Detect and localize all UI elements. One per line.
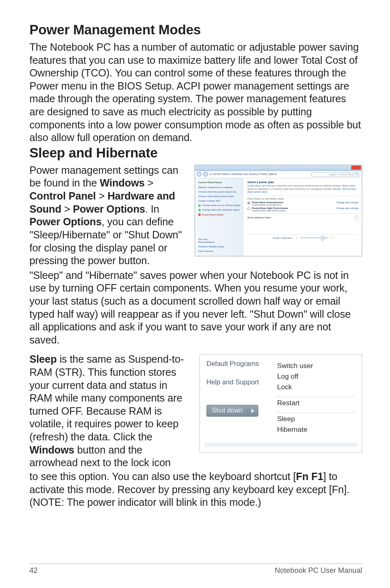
show-additional-plans[interactable]: Show additional plans ˅: [247, 213, 359, 220]
brightness-label: Screen brightness:: [273, 237, 293, 239]
text-power-options-2: Power Options: [29, 216, 102, 227]
menu-item-lock[interactable]: Lock: [277, 382, 356, 393]
chevron-down-icon[interactable]: ˅: [354, 215, 359, 220]
see-also-link[interactable]: User Accounts: [198, 250, 240, 253]
power-plan-item[interactable]: Power4Gear EntertainmentPower4Gear Enter…: [247, 201, 359, 206]
paragraph-sh-explain: "Sleep" and "Hibernate" saves power when…: [29, 269, 362, 347]
text: . In: [145, 203, 159, 215]
close-icon[interactable]: [351, 166, 361, 170]
see-also-header: See also: [198, 238, 240, 241]
paragraph-pm-intro: The Notebook PC has a number of automati…: [29, 41, 362, 144]
breadcrumb[interactable]: ▸ Control Panel ▸ Hardware and Sound ▸ P…: [210, 173, 309, 176]
figure-power-options-window: ▸ Control Panel ▸ Hardware and Sound ▸ P…: [195, 164, 362, 256]
text: Power plans can help you maximize your c…: [247, 184, 355, 190]
menu-item-log-off[interactable]: Log off: [277, 371, 356, 382]
start-menu-left: Default Programs Help and Support Shut d…: [200, 360, 271, 439]
manual-title: Notebook PC User Manual: [275, 566, 362, 575]
start-menu-power: Default Programs Help and Support Shut d…: [199, 355, 362, 453]
radio-icon[interactable]: [247, 202, 250, 204]
sidebar-link[interactable]: Choose what the power buttons do: [198, 190, 240, 193]
text-windows: Windows: [29, 444, 74, 456]
sidebar: Control Panel Home Require a password on…: [195, 178, 243, 256]
start-item-default-programs[interactable]: Default Programs: [206, 360, 271, 368]
sidebar-header: Control Panel Home: [198, 181, 240, 184]
text: Change when the computer sleeps: [202, 209, 240, 211]
menu-item-sleep[interactable]: Sleep: [277, 414, 356, 424]
power-options-window: ▸ Control Panel ▸ Hardware and Sound ▸ P…: [195, 165, 362, 256]
text-sleep: Sleep: [29, 353, 57, 365]
window-nav-bar: ▸ Control Panel ▸ Hardware and Sound ▸ P…: [195, 171, 362, 178]
search-input[interactable]: Search Control Panel 🔍: [311, 172, 360, 177]
taskbar-strip: [205, 442, 357, 447]
sidebar-link[interactable]: Change when the computer sleeps: [198, 208, 240, 211]
change-plan-link[interactable]: Change plan settings: [336, 207, 359, 209]
start-item-help-support[interactable]: Help and Support: [206, 378, 271, 386]
text: Power4Gear Hybrid: [202, 213, 224, 216]
text-control-panel: Control Panel: [29, 190, 96, 202]
plan-subtitle: Power4Gear Entertainment: [252, 204, 282, 206]
shutdown-button[interactable]: Shut down: [206, 405, 248, 417]
figure-start-menu-power: Default Programs Help and Support Shut d…: [199, 353, 362, 453]
page-number: 42: [29, 566, 38, 575]
sidebar-link[interactable]: Require a password on wakeup: [198, 186, 240, 189]
plan-group-label: Plans shown on the battery meter: [247, 197, 359, 200]
search-icon: 🔍: [355, 173, 359, 176]
shield-icon: [198, 204, 201, 207]
text-power-options: Power Options: [73, 203, 145, 215]
brightness-slider[interactable]: [300, 237, 329, 238]
forward-button[interactable]: [203, 172, 208, 177]
text: >: [96, 190, 108, 202]
sun-dim-icon: ☀: [296, 236, 298, 239]
plan-subtitle: Power4Gear High Performance: [252, 209, 286, 212]
power-submenu: Switch user Log off Lock Restart Sleep H…: [271, 360, 362, 439]
sidebar-link-selected[interactable]: Power4Gear Hybrid: [198, 213, 240, 216]
back-button[interactable]: [197, 172, 202, 177]
sidebar-link[interactable]: Choose when to turn off the display: [198, 204, 240, 207]
text: is the same as Suspend-to-RAM (STR). Thi…: [29, 353, 184, 442]
sun-bright-icon: ☀: [331, 236, 333, 239]
sidebar-link[interactable]: Choose what closing the lid does: [198, 195, 240, 198]
text: Choose when to turn off the display: [202, 204, 240, 206]
play-icon: [251, 409, 254, 413]
sidebar-link[interactable]: Create a power plan: [198, 199, 240, 202]
paragraph-sh-settings: Power management settings can be found i…: [29, 164, 187, 267]
change-plan-link[interactable]: Change plan settings: [336, 201, 359, 204]
menu-item-restart[interactable]: Restart: [277, 398, 356, 408]
heading-power-management: Power Management Modes: [29, 22, 362, 38]
text: >: [61, 203, 73, 215]
power-plan-item[interactable]: Power4Gear High PerformancePower4Gear Hi…: [247, 207, 359, 212]
see-also-section: See also Personalization Windows Mobilit…: [198, 238, 240, 254]
paragraph-sleep-continued: to see this option. You can also use the…: [29, 470, 362, 509]
text: >: [145, 177, 154, 189]
paragraph-sleep-str: Sleep is the same as Suspend-to-RAM (STR…: [29, 353, 192, 469]
text: to see this option. You can also use the…: [29, 471, 296, 482]
menu-item-hibernate[interactable]: Hibernate: [277, 424, 356, 435]
panel-title: Select a power plan: [247, 181, 359, 184]
see-also-link[interactable]: Windows Mobility Center: [198, 245, 240, 249]
see-also-link[interactable]: Personalization: [198, 241, 240, 244]
panel-description: Power plans can help you maximize your c…: [247, 184, 359, 194]
shutdown-split-button[interactable]: Shut down: [206, 405, 271, 417]
page-footer: 42 Notebook PC User Manual: [29, 563, 362, 575]
gear-icon: [198, 213, 201, 216]
heading-sleep-hibernate: Sleep and Hibernate: [29, 145, 362, 161]
menu-item-switch-user[interactable]: Switch user: [277, 361, 356, 371]
radio-icon[interactable]: [247, 207, 250, 210]
text-fn-f1: Fn F1: [296, 471, 323, 482]
search-placeholder: Search Control Panel: [329, 173, 354, 176]
text-windows: Windows: [100, 177, 145, 189]
shield-icon: [198, 209, 201, 211]
shutdown-arrow-button[interactable]: [248, 405, 258, 417]
brightness-slider-row: Screen brightness: ☀ ☀: [247, 234, 359, 241]
window-titlebar[interactable]: [195, 165, 362, 171]
main-panel: Select a power plan Power plans can help…: [243, 178, 362, 256]
text: Show additional plans: [247, 216, 271, 219]
